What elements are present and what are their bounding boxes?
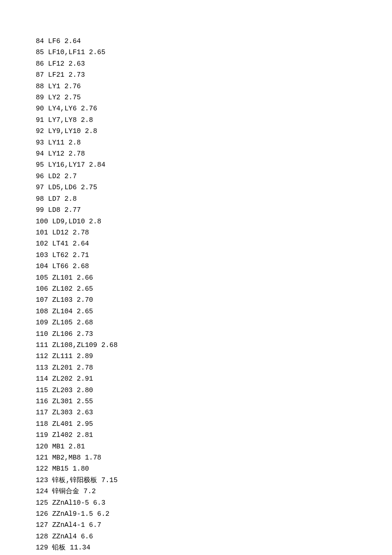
density-value: 2.78 xyxy=(77,364,93,372)
density-value: 2.84 xyxy=(89,161,105,169)
list-item: 90 LY4,LY6 2.76 xyxy=(36,103,392,114)
row-number: 86 xyxy=(36,60,44,68)
list-item: 116 ZL301 2.55 xyxy=(36,396,392,407)
list-item: 123 锌板,锌阳极板 7.15 xyxy=(36,475,392,486)
list-item: 110 ZL106 2.73 xyxy=(36,329,392,340)
density-value: 2.68 xyxy=(72,263,89,270)
material-name: ZL102 xyxy=(52,285,72,293)
list-item: 87 LF21 2.73 xyxy=(36,69,392,81)
list-item: 102 LT41 2.64 xyxy=(36,238,392,249)
material-name: 铅板 xyxy=(52,544,66,552)
density-value: 2.76 xyxy=(81,105,97,113)
density-value: 7.2 xyxy=(84,488,96,495)
row-number: 116 xyxy=(36,398,48,405)
density-value: 2.78 xyxy=(72,229,89,237)
density-value: 2.76 xyxy=(64,83,81,90)
list-item: 112 ZL111 2.89 xyxy=(36,351,392,362)
row-number: 115 xyxy=(36,387,48,394)
row-number: 117 xyxy=(36,409,48,416)
row-number: 119 xyxy=(36,431,48,439)
density-value: 2.8 xyxy=(85,127,97,135)
list-item: 99 LD8 2.77 xyxy=(36,205,392,216)
material-name: LY9,LY10 xyxy=(48,127,81,135)
density-value: 2.65 xyxy=(77,308,93,315)
density-value: 2.78 xyxy=(69,150,85,158)
density-value: 2.68 xyxy=(77,319,93,327)
list-item: 104 LT66 2.68 xyxy=(36,261,392,272)
material-name: LD2 xyxy=(48,173,61,180)
row-number: 103 xyxy=(36,251,48,259)
list-item: 95 LY16,LY17 2.84 xyxy=(36,159,392,171)
list-item: 126 ZZnAl9-1.5 6.2 xyxy=(36,509,392,520)
list-item: 86 LF12 2.63 xyxy=(36,58,392,69)
density-value: 2.73 xyxy=(69,71,85,79)
list-item: 118 ZL401 2.95 xyxy=(36,419,392,430)
density-value: 2.81 xyxy=(69,443,85,451)
row-number: 125 xyxy=(36,499,48,507)
material-name: ZL106 xyxy=(52,330,72,338)
list-item: 117 ZL303 2.63 xyxy=(36,407,392,418)
document-body: 84 LF6 2.6485 LF10,LF11 2.6586 LF12 2.63… xyxy=(0,0,392,554)
list-item: 98 LD7 2.8 xyxy=(36,194,392,205)
density-value: 11.34 xyxy=(70,544,90,552)
material-name: ZL101 xyxy=(52,274,72,282)
density-value: 2.71 xyxy=(72,251,89,259)
list-item: 125 ZZnAl10-5 6.3 xyxy=(36,497,392,509)
material-name: ZL108,ZL109 xyxy=(52,341,97,349)
row-number: 129 xyxy=(36,544,48,552)
material-name: LF12 xyxy=(48,60,64,68)
row-number: 85 xyxy=(36,49,44,56)
density-value: 2.75 xyxy=(81,184,97,191)
list-item: 89 LY2 2.75 xyxy=(36,92,392,103)
row-number: 126 xyxy=(36,510,48,518)
list-item: 119 Zl402 2.81 xyxy=(36,430,392,441)
row-number: 122 xyxy=(36,465,48,473)
density-value: 2.89 xyxy=(77,353,93,360)
row-number: 110 xyxy=(36,330,48,338)
list-item: 105 ZL101 2.66 xyxy=(36,272,392,283)
density-value: 2.55 xyxy=(77,398,93,405)
list-item: 108 ZL104 2.65 xyxy=(36,306,392,317)
density-value: 2.68 xyxy=(101,341,118,349)
density-value: 2.64 xyxy=(72,240,89,248)
material-name: ZZnAl10-5 xyxy=(52,499,89,507)
density-value: 2.80 xyxy=(77,387,93,394)
list-item: 114 ZL202 2.91 xyxy=(36,373,392,384)
list-item: 128 ZZnAl4 6.6 xyxy=(36,531,392,542)
row-number: 91 xyxy=(36,116,44,124)
material-name: ZL111 xyxy=(52,353,72,360)
material-name: LD5,LD6 xyxy=(48,184,77,191)
material-name: ZL201 xyxy=(52,364,72,372)
density-value: 6.3 xyxy=(93,499,105,507)
material-name: LY11 xyxy=(48,139,64,147)
row-number: 112 xyxy=(36,353,48,360)
row-number: 87 xyxy=(36,71,44,79)
list-item: 103 LT62 2.71 xyxy=(36,250,392,261)
material-name: ZZnAl4 xyxy=(52,533,77,541)
material-name: LD12 xyxy=(52,229,68,237)
density-value: 2.65 xyxy=(77,285,93,293)
row-number: 90 xyxy=(36,105,44,113)
list-item: 124 锌铜合金 7.2 xyxy=(36,486,392,497)
list-item: 122 MB15 1.80 xyxy=(36,463,392,474)
density-value: 6.2 xyxy=(97,510,110,518)
material-name: 锌板,锌阳极板 xyxy=(52,477,97,484)
row-number: 84 xyxy=(36,38,44,45)
material-name: MB15 xyxy=(52,465,68,473)
list-item: 100 LD9,LD10 2.8 xyxy=(36,216,392,227)
row-number: 96 xyxy=(36,173,44,180)
density-value: 1.80 xyxy=(72,465,89,473)
list-item: 113 ZL201 2.78 xyxy=(36,362,392,373)
row-number: 108 xyxy=(36,308,48,315)
density-value: 2.8 xyxy=(89,218,101,225)
row-number: 121 xyxy=(36,454,48,462)
row-number: 94 xyxy=(36,150,44,158)
row-number: 114 xyxy=(36,375,48,383)
density-value: 7.15 xyxy=(101,477,118,484)
material-name: ZL203 xyxy=(52,387,72,394)
row-number: 100 xyxy=(36,218,48,225)
material-name: MB2,MB8 xyxy=(52,454,81,462)
row-number: 101 xyxy=(36,229,48,237)
list-item: 94 LY12 2.78 xyxy=(36,148,392,159)
material-name: LT41 xyxy=(52,240,68,248)
